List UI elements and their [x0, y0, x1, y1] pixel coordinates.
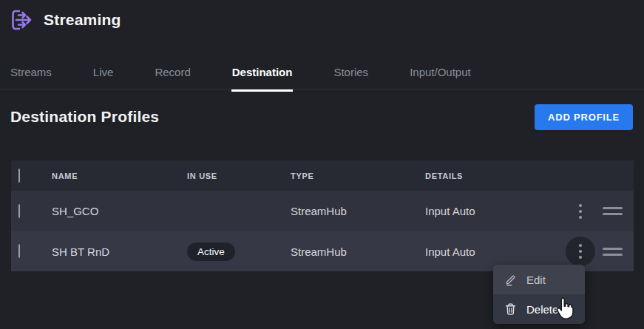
row-checkbox[interactable] — [18, 204, 20, 218]
table-header-row: NAME IN USE TYPE DETAILS — [11, 160, 634, 191]
profile-name: SH BT RnD — [52, 245, 187, 258]
tab-record[interactable]: Record — [155, 64, 190, 89]
profile-type: StreamHub — [291, 245, 425, 258]
trash-icon — [504, 302, 517, 316]
profile-name: SH_GCO — [52, 205, 187, 217]
tab-destination[interactable]: Destination — [232, 64, 293, 89]
menu-item-label: Delete — [526, 303, 558, 316]
column-header-details: DETAILS — [425, 172, 566, 180]
menu-item-edit[interactable]: Edit — [493, 265, 585, 294]
row-checkbox[interactable] — [18, 244, 20, 258]
table-row: SH_GCO StreamHub Input Auto — [11, 191, 634, 231]
row-context-menu: Edit Delete — [493, 265, 585, 324]
edit-pencil-icon — [504, 274, 517, 286]
select-all-checkbox[interactable] — [18, 169, 20, 183]
drag-handle[interactable] — [603, 248, 623, 256]
kebab-menu-icon[interactable] — [566, 237, 595, 266]
profile-details: Input Auto — [425, 205, 566, 217]
tab-live[interactable]: Live — [93, 64, 114, 89]
drag-handle[interactable] — [603, 207, 623, 215]
tab-streams[interactable]: Streams — [10, 64, 52, 89]
tab-stories[interactable]: Stories — [333, 64, 368, 89]
profile-type: StreamHub — [291, 205, 425, 217]
profile-details: Input Auto — [425, 245, 566, 258]
section-title: Destination Profiles — [10, 108, 159, 126]
in-use-cell: Active — [187, 242, 291, 261]
app-header: Streaming — [10, 7, 121, 33]
add-profile-button[interactable]: ADD PROFILE — [535, 104, 633, 130]
column-header-in-use: IN USE — [187, 172, 291, 180]
menu-item-delete[interactable]: Delete — [493, 294, 585, 324]
tab-input-output[interactable]: Input/Output — [410, 64, 471, 89]
column-header-name: NAME — [52, 172, 187, 180]
status-badge: Active — [187, 242, 235, 261]
column-header-type: TYPE — [291, 172, 425, 180]
page-title: Streaming — [44, 11, 121, 29]
kebab-menu-icon[interactable] — [566, 197, 595, 226]
menu-item-label: Edit — [526, 274, 546, 286]
destination-profiles-table: NAME IN USE TYPE DETAILS SH_GCO StreamHu… — [11, 160, 634, 271]
tab-bar: Streams Live Record Destination Stories … — [10, 64, 471, 89]
streaming-icon — [10, 7, 33, 33]
